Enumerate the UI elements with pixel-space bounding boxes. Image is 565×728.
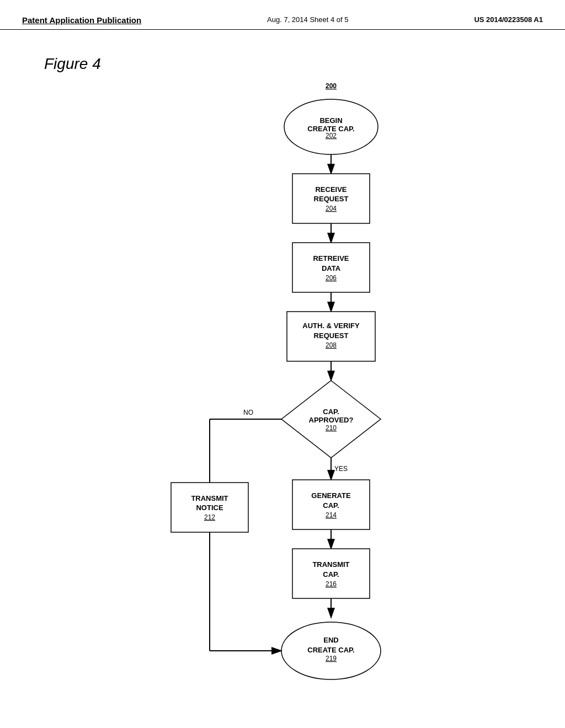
page-header: Patent Application Publication Aug. 7, 2…: [0, 0, 565, 30]
yes-label: YES: [334, 465, 348, 473]
node-204-text2: REQUEST: [314, 195, 349, 203]
node-219-text2: CREATE CAP.: [307, 646, 354, 654]
node-212-text2: NOTICE: [196, 504, 223, 512]
node-206-label: 206: [326, 274, 337, 282]
node-202-text: BEGIN: [319, 116, 342, 125]
node-219-text: END: [323, 636, 338, 644]
figure-title: Figure 4: [44, 55, 101, 73]
node-212-text: TRANSMIT: [191, 494, 228, 502]
flowchart: 200 BEGIN CREATE CAP. 202 RECEIVE REQUES…: [0, 72, 565, 722]
publication-label: Patent Application Publication: [22, 15, 141, 25]
node-216-text: TRANSMIT: [312, 560, 349, 569]
node-216-label: 216: [326, 580, 337, 588]
node-204-label: 204: [326, 205, 337, 212]
node-208-text: AUTH. & VERIFY: [302, 322, 360, 330]
node-208-text2: REQUEST: [314, 331, 349, 340]
node-210-label: 210: [326, 424, 337, 432]
node-210-text: CAP.: [323, 408, 339, 416]
no-label: NO: [243, 409, 253, 416]
node-210-text2: APPROVED?: [309, 416, 354, 424]
node-212-label: 212: [204, 513, 215, 521]
node-206-text: RETREIVE: [313, 254, 349, 263]
node-204-text: RECEIVE: [315, 185, 347, 194]
node-219-label: 219: [326, 655, 337, 662]
node-216-text2: CAP.: [323, 570, 339, 579]
date-sheet-label: Aug. 7, 2014 Sheet 4 of 5: [267, 15, 348, 24]
patent-number-label: US 2014/0223508 A1: [474, 15, 543, 24]
node-208-label: 208: [326, 341, 337, 349]
node-214-text2: CAP.: [323, 501, 339, 510]
node-202-label: 202: [326, 132, 337, 140]
node-206-text2: DATA: [322, 264, 341, 272]
diagram-id: 200: [326, 82, 337, 90]
node-214-text: GENERATE: [311, 491, 351, 500]
node-214-label: 214: [326, 511, 337, 519]
